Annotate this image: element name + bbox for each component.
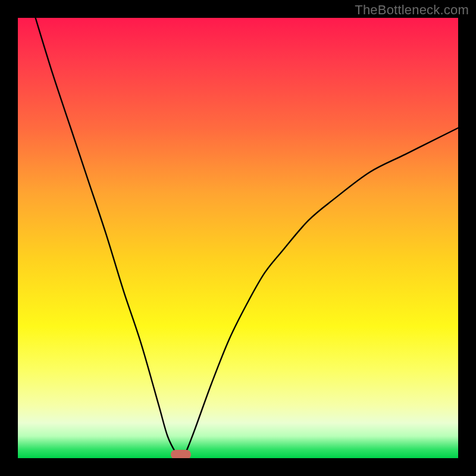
plot-area (18, 18, 458, 458)
chart-frame: TheBottleneck.com (0, 0, 476, 476)
optimal-marker (171, 450, 191, 458)
bottleneck-curve (18, 18, 458, 458)
watermark-text: TheBottleneck.com (355, 2, 469, 18)
